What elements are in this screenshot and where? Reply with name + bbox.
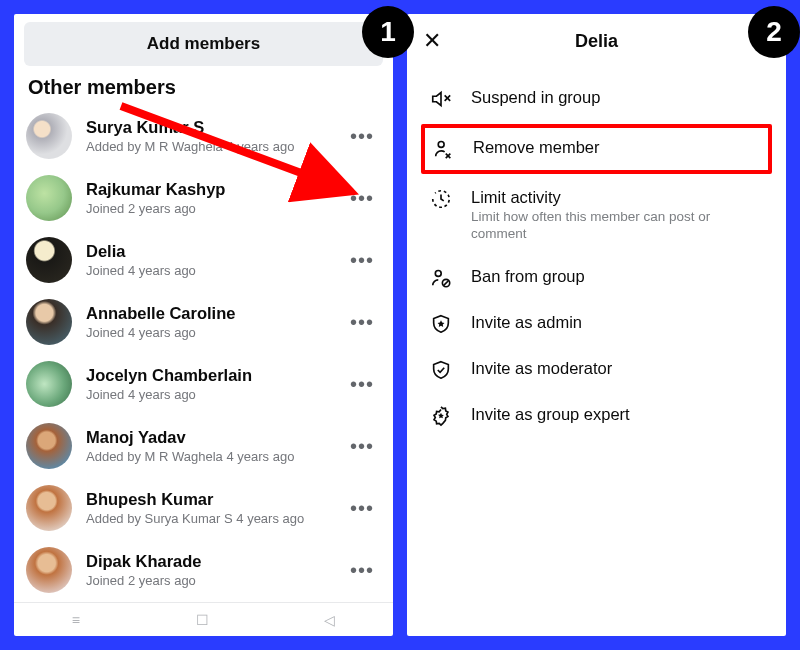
member-sub: Joined 4 years ago [86, 387, 347, 402]
member-name: Manoj Yadav [86, 428, 347, 448]
member-actions-sheet: ✕ Delia Suspend in group Remove member [407, 14, 786, 636]
action-ban[interactable]: Ban from group [421, 255, 772, 301]
svg-point-6 [435, 270, 441, 276]
history-icon [427, 188, 455, 210]
shield-check-icon [427, 359, 455, 381]
member-sub: Joined 2 years ago [86, 201, 347, 216]
member-sub: Joined 4 years ago [86, 263, 347, 278]
list-item[interactable]: Manoj Yadav Added by M R Waghela 4 years… [14, 415, 393, 477]
list-item[interactable]: Dipak Kharade Joined 2 years ago ••• [14, 539, 393, 601]
action-label: Suspend in group [471, 88, 766, 107]
more-options-icon[interactable]: ••• [347, 497, 377, 520]
avatar [26, 547, 72, 593]
step-badge-2: 2 [748, 6, 800, 58]
action-label: Invite as moderator [471, 359, 766, 378]
member-name: Delia [86, 242, 347, 262]
badge-star-icon [427, 405, 455, 427]
nav-recent-icon[interactable]: ≡ [72, 612, 80, 628]
more-options-icon[interactable]: ••• [347, 311, 377, 334]
action-invite-expert[interactable]: Invite as group expert [421, 393, 772, 439]
speaker-mute-icon [427, 88, 455, 110]
member-name: Surya Kumar S [86, 118, 347, 138]
action-label: Limit activity [471, 188, 766, 207]
members-panel: Add members Other members Surya Kumar S … [14, 14, 393, 636]
member-name: Rajkumar Kashyp [86, 180, 347, 200]
list-item[interactable]: Annabelle Caroline Joined 4 years ago ••… [14, 291, 393, 353]
list-item[interactable]: Delia Joined 4 years ago ••• [14, 229, 393, 291]
person-remove-icon [429, 138, 457, 160]
members-list: Surya Kumar S Added by M R Waghela 4 yea… [14, 105, 393, 602]
action-limit-activity[interactable]: Limit activity Limit how often this memb… [421, 176, 772, 255]
more-options-icon[interactable]: ••• [347, 125, 377, 148]
step-badge-1: 1 [362, 6, 414, 58]
more-options-icon[interactable]: ••• [347, 373, 377, 396]
member-name: Bhupesh Kumar [86, 490, 347, 510]
member-name: Dipak Kharade [86, 552, 347, 572]
list-item[interactable]: Jocelyn Chamberlain Joined 4 years ago •… [14, 353, 393, 415]
action-label: Ban from group [471, 267, 766, 286]
action-list: Suspend in group Remove member Limit act… [407, 62, 786, 439]
shield-star-icon [427, 313, 455, 335]
member-name: Jocelyn Chamberlain [86, 366, 347, 386]
member-sub: Joined 4 years ago [86, 325, 347, 340]
add-members-button[interactable]: Add members [24, 22, 383, 66]
action-invite-moderator[interactable]: Invite as moderator [421, 347, 772, 393]
avatar [26, 113, 72, 159]
avatar [26, 361, 72, 407]
more-options-icon[interactable]: ••• [347, 187, 377, 210]
svg-line-8 [443, 280, 448, 285]
member-sub: Added by M R Waghela 4 years ago [86, 449, 347, 464]
action-label: Invite as group expert [471, 405, 766, 424]
more-options-icon[interactable]: ••• [347, 559, 377, 582]
list-item[interactable]: Rajkumar Kashyp Joined 2 years ago ••• [14, 167, 393, 229]
section-other-members: Other members [14, 74, 393, 105]
member-sub: Added by Surya Kumar S 4 years ago [86, 511, 347, 526]
member-sub: Joined 2 years ago [86, 573, 347, 588]
member-name: Annabelle Caroline [86, 304, 347, 324]
avatar [26, 299, 72, 345]
sheet-title: Delia [451, 31, 770, 52]
member-sub: Added by M R Waghela 4 years ago [86, 139, 347, 154]
action-subtext: Limit how often this member can post or … [471, 209, 766, 243]
avatar [26, 237, 72, 283]
android-nav-bar: ≡ ☐ ◁ [14, 602, 393, 636]
svg-point-3 [438, 141, 444, 147]
list-item[interactable]: Surya Kumar S Added by M R Waghela 4 yea… [14, 105, 393, 167]
person-ban-icon [427, 267, 455, 289]
action-label: Invite as admin [471, 313, 766, 332]
nav-back-icon[interactable]: ◁ [324, 612, 335, 628]
action-suspend[interactable]: Suspend in group [421, 76, 772, 122]
nav-home-icon[interactable]: ☐ [196, 612, 209, 628]
close-icon[interactable]: ✕ [423, 28, 451, 54]
avatar [26, 175, 72, 221]
more-options-icon[interactable]: ••• [347, 435, 377, 458]
more-options-icon[interactable]: ••• [347, 249, 377, 272]
list-item[interactable]: Bhupesh Kumar Added by Surya Kumar S 4 y… [14, 477, 393, 539]
action-label: Remove member [473, 138, 764, 157]
action-invite-admin[interactable]: Invite as admin [421, 301, 772, 347]
avatar [26, 423, 72, 469]
avatar [26, 485, 72, 531]
action-remove-member[interactable]: Remove member [421, 124, 772, 174]
